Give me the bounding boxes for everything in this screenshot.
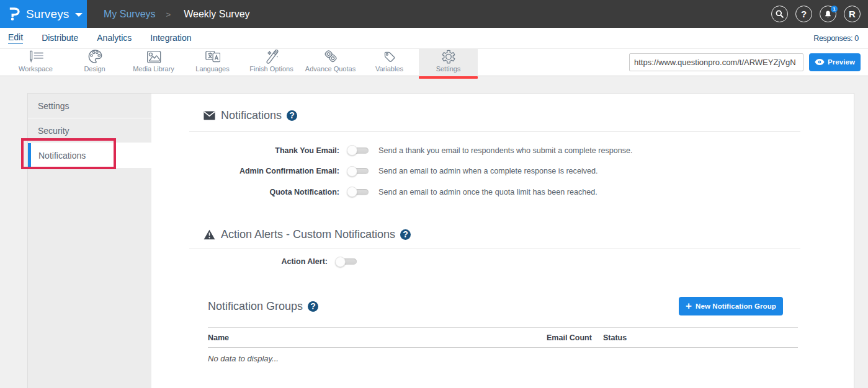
edit-toolbar: Workspace Design Media Library [0, 48, 868, 76]
settings-card: Settings Security Notifications Notifica… [27, 93, 854, 388]
admin-confirmation-email-toggle[interactable] [347, 168, 369, 174]
sidebar-item-label: Notifications [38, 151, 86, 161]
product-switcher[interactable]: Surveys [0, 0, 87, 28]
tool-label: Languages [195, 65, 229, 73]
avatar[interactable]: R [844, 6, 861, 22]
notification-groups-table: Name Email Count Status No data to displ… [208, 327, 798, 363]
settings-icon [441, 50, 456, 64]
chevron-down-icon [75, 13, 83, 17]
column-name: Name [208, 333, 547, 342]
toggle-knob [347, 187, 357, 197]
admin-confirmation-email-row: Admin Confirmation Email: Send an email … [189, 161, 800, 182]
tool-label: Finish Options [249, 65, 293, 73]
search-button[interactable] [771, 6, 788, 22]
notifications-section-header: Notifications ? [189, 108, 800, 122]
tool-advance-quotas[interactable]: Advance Quotas [301, 49, 360, 76]
avatar-initial: R [849, 9, 856, 19]
plus-icon: + [686, 301, 692, 312]
sidebar-item-notifications[interactable]: Notifications [28, 143, 151, 167]
tool-label: Variables [375, 65, 403, 73]
search-icon [774, 9, 785, 19]
toggle-knob [347, 166, 357, 177]
design-icon [87, 50, 102, 64]
sidebar-item-label: Settings [38, 101, 69, 111]
finish-options-icon [264, 50, 279, 64]
warning-triangle-icon [204, 229, 215, 240]
toggle-label: Action Alert: [189, 257, 328, 266]
settings-content: Notifications ? Thank You Email: Send a … [151, 94, 854, 388]
questionpro-logo [9, 5, 20, 24]
toggle-description: Send a thank you email to respondents wh… [378, 146, 633, 155]
help-icon[interactable]: ? [287, 110, 297, 121]
settings-page: Settings Security Notifications Notifica… [0, 76, 868, 387]
eye-icon [815, 58, 825, 66]
brand-label: Surveys [26, 7, 69, 21]
survey-url-input[interactable] [629, 53, 803, 71]
tool-label: Settings [436, 65, 461, 73]
tool-label: Workspace [19, 65, 53, 73]
tool-workspace[interactable]: Workspace [6, 49, 65, 76]
toggle-knob [347, 145, 357, 156]
preview-button[interactable]: Preview [809, 53, 861, 71]
sidebar-filler [28, 168, 151, 388]
tab-integration[interactable]: Integration [150, 33, 191, 44]
quota-notification-toggle[interactable] [347, 189, 369, 195]
thank-you-email-toggle[interactable] [347, 148, 369, 154]
tool-media-library[interactable]: Media Library [124, 49, 183, 76]
tab-distribute[interactable]: Distribute [42, 33, 78, 44]
action-alert-row: Action Alert: [189, 252, 800, 273]
new-notification-group-button[interactable]: + New Notification Group [679, 297, 783, 315]
toggle-label: Quota Notification: [189, 188, 339, 196]
table-header: Name Email Count Status [208, 327, 798, 348]
tool-languages[interactable]: Languages [183, 49, 242, 76]
sidebar-item-settings[interactable]: Settings [28, 94, 151, 118]
topbar: Surveys My Surveys > Weekly Survey ? 1 R [0, 0, 868, 28]
quota-notification-row: Quota Notification: Send an email to adm… [189, 182, 800, 203]
toggle-description: Send an email to admin when a complete r… [378, 167, 598, 175]
action-alert-toggle[interactable] [336, 258, 357, 265]
languages-icon [205, 50, 220, 64]
survey-tabs: Edit Distribute Analytics Integration Re… [0, 28, 868, 48]
action-alerts-section-header: Action Alerts - Custom Notifications ? [189, 228, 800, 242]
preview-label: Preview [828, 58, 855, 66]
tool-label: Media Library [133, 65, 174, 73]
notification-groups-header: Notification Groups ? + New Notification… [208, 297, 800, 315]
toggle-description: Send an email to admin once the quota li… [378, 188, 597, 196]
tool-design[interactable]: Design [65, 49, 124, 76]
sidebar-item-label: Security [38, 126, 69, 136]
help-icon[interactable]: ? [400, 229, 411, 240]
help-button[interactable]: ? [795, 6, 812, 22]
topbar-actions: ? 1 R [764, 0, 861, 28]
tool-finish-options[interactable]: Finish Options [242, 49, 301, 76]
notification-badge: 1 [831, 6, 838, 12]
tab-edit[interactable]: Edit [8, 32, 23, 44]
divider [189, 131, 800, 132]
tool-label: Advance Quotas [305, 65, 356, 73]
thank-you-email-row: Thank You Email: Send a thank you email … [189, 140, 800, 161]
column-status: Status [603, 333, 798, 342]
workspace-icon [29, 50, 43, 64]
column-email-count: Email Count [547, 333, 603, 342]
tab-analytics[interactable]: Analytics [97, 33, 132, 44]
breadcrumb-separator: > [166, 9, 171, 19]
section-title: Notification Groups [208, 300, 303, 313]
toggle-knob [335, 257, 346, 267]
tool-variables[interactable]: Variables [360, 49, 419, 76]
tool-settings[interactable]: Settings [419, 49, 478, 76]
help-icon[interactable]: ? [308, 301, 318, 312]
toggle-label: Thank You Email: [189, 146, 339, 155]
envelope-icon [204, 111, 215, 120]
settings-side-nav: Settings Security Notifications [28, 94, 151, 388]
new-group-label: New Notification Group [696, 302, 776, 310]
question-mark-icon: ? [801, 9, 807, 19]
breadcrumb-current: Weekly Survey [184, 9, 249, 20]
responses-count[interactable]: Responses: 0 [813, 34, 859, 43]
divider [189, 249, 800, 249]
notifications-button[interactable]: 1 [820, 6, 836, 22]
media-library-icon [146, 50, 161, 64]
toggle-label: Admin Confirmation Email: [189, 167, 339, 175]
sidebar-item-security[interactable]: Security [28, 118, 151, 143]
breadcrumb-my-surveys[interactable]: My Surveys [104, 9, 156, 20]
section-title: Action Alerts - Custom Notifications [221, 228, 395, 241]
advance-quotas-icon [323, 50, 338, 64]
